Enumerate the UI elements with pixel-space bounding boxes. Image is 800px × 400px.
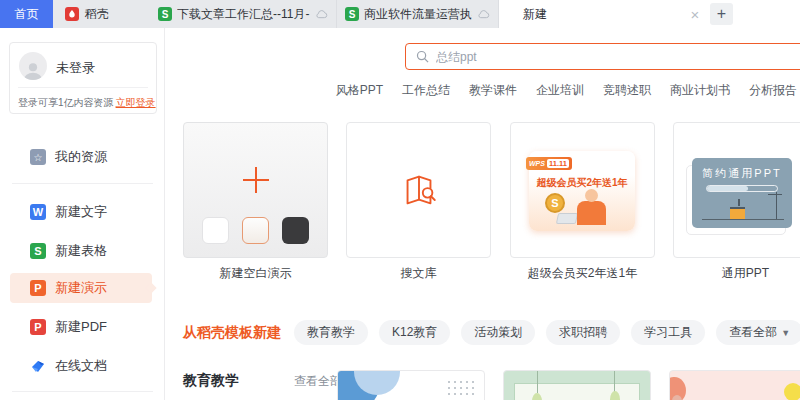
person-head-illustration [585, 189, 598, 202]
home-button[interactable]: 首页 [0, 0, 53, 28]
house-illustration [730, 207, 745, 219]
theme-swatch-beige-selected[interactable] [242, 217, 269, 244]
template-thumbnail[interactable] [669, 370, 800, 400]
person-illustration [577, 201, 606, 225]
super-member-promo-card[interactable]: WPS 11.11 超级会员买2年送1年 S [510, 122, 655, 258]
section-title: 从稻壳模板新建 [183, 324, 281, 342]
search-icon [416, 50, 429, 63]
slide-ground-line [702, 219, 784, 220]
coin-icon: S [545, 193, 565, 213]
thumbnail-decor [446, 379, 476, 397]
sidebar-item-label: 新建表格 [55, 242, 107, 260]
quick-link[interactable]: 工作总结 [402, 82, 450, 99]
sidebar-item-online-docs[interactable]: 在线文档 [10, 351, 152, 381]
theme-swatch-white[interactable] [202, 217, 229, 244]
tag-pill[interactable]: 求职招聘 [546, 320, 620, 345]
tab-bar: 首页 稻壳 S 下载文章工作汇总--11月-翁思尧 S 商业软件流量运营执行表-… [0, 0, 800, 28]
sidebar-item-label: 新建文字 [55, 203, 107, 221]
divider [18, 87, 148, 88]
card-label[interactable]: 搜文库 [346, 265, 491, 282]
tag-pill[interactable]: 活动策划 [461, 320, 535, 345]
quick-link[interactable]: 教学课件 [469, 82, 517, 99]
promo-headline: 超级会员买2年送1年 [529, 176, 635, 190]
thumbnail-decor [672, 395, 682, 400]
tab-document-2[interactable]: S 商业软件流量运营执行表-11.10 [337, 0, 499, 28]
theme-swatches [184, 217, 327, 244]
docer-template-section: 从稻壳模板新建 教育教学 K12教育 活动策划 求职招聘 学习工具 查看全部 ▼… [183, 320, 800, 345]
plus-icon [184, 166, 327, 194]
divider [12, 183, 153, 184]
login-link[interactable]: 立即登录 [116, 97, 156, 108]
star-icon: ☆ [30, 149, 46, 165]
tab-new-active[interactable]: 新建 [499, 0, 707, 28]
category-view-all-link[interactable]: 查看全部 [294, 373, 342, 390]
search-quick-links: 风格PPT 工作总结 教学课件 企业培训 竞聘述职 商业计划书 分析报告 [405, 82, 797, 99]
template-thumbnail[interactable] [337, 370, 485, 400]
slide-pole-arm [768, 194, 782, 196]
theme-swatch-dark[interactable] [282, 217, 309, 244]
sidebar-item-new-pdf[interactable]: P 新建PDF [10, 312, 152, 342]
slide-chimney [738, 199, 740, 206]
tab-new-label: 新建 [523, 6, 547, 23]
wps-home-window: 首页 稻壳 S 下载文章工作汇总--11月-翁思尧 S 商业软件流量运营执行表-… [0, 0, 800, 400]
tab-document-1[interactable]: S 下载文章工作汇总--11月-翁思尧 [150, 0, 337, 28]
close-tab-icon[interactable]: × [683, 0, 707, 28]
sidebar-item-new-spreadsheet[interactable]: S 新建表格 [10, 236, 152, 266]
card-label[interactable]: 超级会员买2年送1年 [510, 265, 655, 282]
tab-docer-label: 稻壳 [85, 6, 109, 23]
sidebar-item-label: 新建演示 [55, 279, 107, 297]
writer-icon: W [30, 204, 46, 220]
search-box[interactable] [405, 43, 800, 70]
sidebar-item-label: 我的资源 [55, 148, 107, 166]
thumbnail-decor [614, 371, 615, 393]
quick-link[interactable]: 分析报告 [749, 82, 797, 99]
category-row-header: 教育教学 查看全部 [183, 372, 342, 390]
login-status-text: 未登录 [56, 59, 95, 77]
quick-link[interactable]: 商业计划书 [670, 82, 730, 99]
category-title: 教育教学 [183, 372, 239, 390]
spreadsheet-icon: S [30, 243, 46, 259]
login-promo-text: 登录可享1亿内容资源立即登录 [18, 96, 156, 110]
spreadsheet-icon: S [158, 7, 172, 21]
quick-link[interactable]: 竞聘述职 [603, 82, 651, 99]
tab-docer[interactable]: 稻壳 [53, 0, 150, 28]
view-all-dropdown[interactable]: 查看全部 ▼ [716, 320, 800, 345]
card-label[interactable]: 通用PPT [673, 265, 800, 282]
search-input[interactable] [436, 50, 736, 64]
main-content: 风格PPT 工作总结 教学课件 企业培训 竞聘述职 商业计划书 分析报告 新建空… [165, 28, 800, 400]
quick-link[interactable]: 企业培训 [536, 82, 584, 99]
cloud-sync-icon [477, 9, 490, 19]
sidebar: 未登录 登录可享1亿内容资源立即登录 ☆ 我的资源 W 新建文字 S 新建表格 … [0, 28, 165, 400]
slide-pole [776, 192, 778, 219]
quick-link[interactable]: 风格PPT [336, 82, 383, 99]
login-promo-label: 登录可享1亿内容资源 [18, 97, 114, 108]
wps-logo: WPS [529, 160, 545, 167]
tab-document-2-title: 商业软件流量运营执行表-11.10 [364, 6, 472, 23]
avatar[interactable] [19, 52, 47, 80]
view-all-label: 查看全部 [729, 324, 777, 341]
login-card: 未登录 登录可享1亿内容资源立即登录 [9, 42, 157, 114]
generic-ppt-card[interactable]: 简约通用PPT [673, 122, 800, 258]
tag-pill[interactable]: 学习工具 [631, 320, 705, 345]
pdf-icon: P [30, 319, 46, 335]
chevron-down-icon: ▼ [781, 328, 790, 338]
sidebar-item-label: 在线文档 [55, 357, 107, 375]
divider [12, 391, 153, 392]
book-search-icon [347, 169, 490, 211]
thumbnail-decor [537, 371, 538, 393]
sidebar-item-label: 新建PDF [55, 318, 107, 336]
sidebar-item-my-resources[interactable]: ☆ 我的资源 [10, 142, 152, 172]
tab-document-1-title: 下载文章工作汇总--11月-翁思尧 [177, 6, 310, 23]
tag-pill[interactable]: K12教育 [379, 320, 450, 345]
tag-pill[interactable]: 教育教学 [294, 320, 368, 345]
promo-banner: WPS 11.11 超级会员买2年送1年 S [529, 151, 635, 231]
new-blank-presentation-card[interactable] [183, 122, 328, 258]
sidebar-item-new-presentation[interactable]: P 新建演示 [10, 273, 152, 303]
wps-1111-badge: WPS 11.11 [526, 157, 572, 170]
card-label[interactable]: 新建空白演示 [183, 265, 328, 282]
template-thumbnail[interactable] [503, 370, 651, 400]
search-library-card[interactable] [346, 122, 491, 258]
new-tab-button[interactable]: + [710, 3, 733, 25]
sidebar-item-new-document[interactable]: W 新建文字 [10, 197, 152, 227]
online-docs-icon [30, 358, 46, 374]
